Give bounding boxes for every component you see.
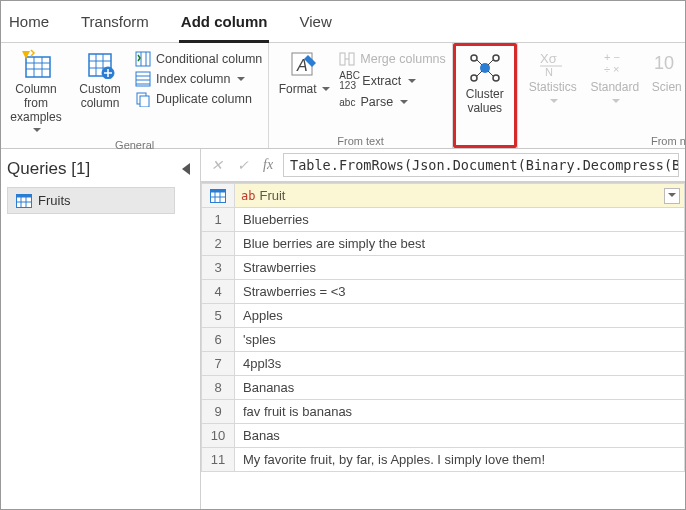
table-row[interactable]: 2Blue berries are simply the best — [202, 232, 685, 256]
row-number[interactable]: 9 — [202, 400, 235, 424]
svg-text:÷ ×: ÷ × — [604, 63, 620, 75]
index-column-button[interactable]: Index column — [135, 71, 262, 87]
text-type-icon: ab — [241, 189, 255, 203]
row-number[interactable]: 8 — [202, 376, 235, 400]
cell-value[interactable]: Blue berries are simply the best — [235, 232, 685, 256]
scientific-button[interactable]: 10 Scien — [648, 45, 686, 95]
merge-columns-button[interactable]: Merge columns — [339, 51, 445, 67]
duplicate-column-button[interactable]: Duplicate column — [135, 91, 262, 107]
svg-rect-12 — [136, 52, 150, 66]
row-number[interactable]: 10 — [202, 424, 235, 448]
svg-rect-23 — [340, 53, 345, 65]
row-number[interactable]: 7 — [202, 352, 235, 376]
ribbon-group-from-text: A Format Merge columns ABC123 Extract ab… — [269, 43, 452, 148]
cluster-icon — [468, 52, 502, 84]
label-l2: examples — [7, 111, 65, 139]
svg-point-29 — [493, 75, 499, 81]
tab-transform[interactable]: Transform — [79, 9, 151, 42]
query-label: Fruits — [38, 193, 71, 208]
format-button[interactable]: A Format — [275, 45, 333, 97]
cell-value[interactable]: Banas — [235, 424, 685, 448]
standard-button[interactable]: + − ÷ × Standard — [588, 45, 642, 109]
ribbon-group-cluster: Cluster values — [453, 43, 517, 148]
cell-value[interactable]: fav fruit is bananas — [235, 400, 685, 424]
svg-text:Χσ: Χσ — [540, 51, 557, 66]
formula-bar: ✕ ✓ fx Table.FromRows(Json.Document(Bina… — [201, 149, 685, 182]
group-label-from-number: From n — [524, 134, 686, 147]
group-label-from-text: From text — [275, 134, 445, 147]
fx-icon[interactable]: fx — [259, 157, 277, 173]
extract-button[interactable]: ABC123 Extract — [339, 71, 445, 91]
table-row[interactable]: 11My favorite fruit, by far, is Apples. … — [202, 448, 685, 472]
apply-formula-button[interactable]: ✓ — [233, 157, 253, 174]
conditional-icon — [135, 51, 151, 67]
cell-value[interactable]: Blueberries — [235, 208, 685, 232]
query-item-fruits[interactable]: Fruits — [7, 187, 175, 214]
cell-value[interactable]: 'sples — [235, 328, 685, 352]
tab-home[interactable]: Home — [7, 9, 51, 42]
column-from-examples-button[interactable]: Column from examples — [7, 45, 65, 138]
statistics-icon: Χσ N — [538, 49, 568, 77]
table-row[interactable]: 6'sples — [202, 328, 685, 352]
table-corner-button[interactable] — [202, 184, 235, 208]
conditional-column-button[interactable]: Conditional column — [135, 51, 262, 67]
ribbon: Column from examples Custom colum — [1, 43, 685, 149]
table-row[interactable]: 8Bananas — [202, 376, 685, 400]
column-filter-button[interactable] — [664, 188, 680, 204]
duplicate-icon — [135, 91, 151, 107]
svg-rect-0 — [26, 57, 50, 77]
table-icon — [210, 189, 226, 203]
tab-add-column[interactable]: Add column — [179, 9, 270, 43]
content-area: ✕ ✓ fx Table.FromRows(Json.Document(Bina… — [201, 149, 685, 510]
index-icon — [135, 71, 151, 87]
extract-icon: ABC123 — [339, 71, 357, 91]
svg-rect-24 — [349, 53, 354, 65]
table-row[interactable]: 74ppl3s — [202, 352, 685, 376]
svg-text:N: N — [545, 66, 553, 77]
svg-rect-46 — [211, 189, 226, 192]
table-row[interactable]: 4Strawberries = <3 — [202, 280, 685, 304]
ribbon-group-from-number: Χσ N Statistics + − ÷ × Standard 10 Scie… — [517, 43, 686, 148]
format-icon: A — [288, 49, 320, 79]
parse-button[interactable]: abc Parse — [339, 95, 445, 109]
ribbon-group-general: Column from examples Custom colum — [1, 43, 269, 148]
column-header-fruit[interactable]: abFruit — [235, 184, 685, 208]
chevron-down-icon — [406, 74, 416, 88]
row-number[interactable]: 1 — [202, 208, 235, 232]
collapse-pane-icon[interactable] — [182, 163, 190, 175]
table-row[interactable]: 5Apples — [202, 304, 685, 328]
row-number[interactable]: 6 — [202, 328, 235, 352]
data-grid: abFruit 1Blueberries2Blue berries are si… — [201, 182, 685, 510]
table-row[interactable]: 9fav fruit is bananas — [202, 400, 685, 424]
statistics-button[interactable]: Χσ N Statistics — [524, 45, 582, 109]
formula-input[interactable]: Table.FromRows(Json.Document(Binary.Deco… — [283, 153, 679, 177]
table-row[interactable]: 3Strawberries — [202, 256, 685, 280]
svg-rect-41 — [17, 194, 32, 197]
cell-value[interactable]: Bananas — [235, 376, 685, 400]
cell-value[interactable]: Apples — [235, 304, 685, 328]
svg-text:10: 10 — [654, 53, 674, 73]
ribbon-tabs: Home Transform Add column View — [1, 1, 685, 43]
tab-view[interactable]: View — [297, 9, 333, 42]
svg-line-32 — [477, 71, 482, 76]
svg-text:+ −: + − — [604, 51, 620, 63]
row-number[interactable]: 2 — [202, 232, 235, 256]
cell-value[interactable]: Strawberries — [235, 256, 685, 280]
cell-value[interactable]: 4ppl3s — [235, 352, 685, 376]
label-l1: Custom — [79, 83, 120, 97]
row-number[interactable]: 5 — [202, 304, 235, 328]
table-row[interactable]: 10Banas — [202, 424, 685, 448]
svg-rect-20 — [140, 96, 149, 107]
row-number[interactable]: 4 — [202, 280, 235, 304]
row-number[interactable]: 3 — [202, 256, 235, 280]
cell-value[interactable]: Strawberries = <3 — [235, 280, 685, 304]
row-number[interactable]: 11 — [202, 448, 235, 472]
queries-title: Queries [1] — [7, 159, 90, 179]
table-row[interactable]: 1Blueberries — [202, 208, 685, 232]
svg-point-26 — [471, 55, 477, 61]
cluster-values-button[interactable]: Cluster values — [456, 46, 514, 122]
svg-point-27 — [493, 55, 499, 61]
custom-column-button[interactable]: Custom column — [71, 45, 129, 111]
cancel-formula-button[interactable]: ✕ — [207, 157, 227, 174]
cell-value[interactable]: My favorite fruit, by far, is Apples. I … — [235, 448, 685, 472]
